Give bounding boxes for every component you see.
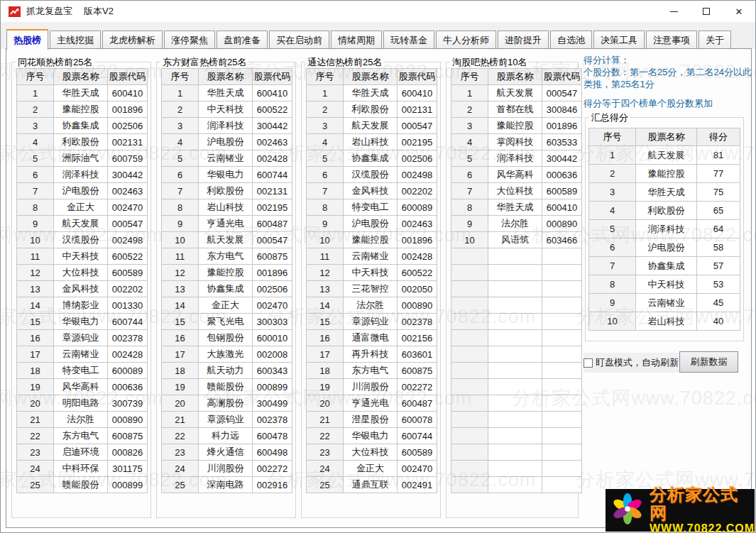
table-row[interactable]: 15华银电力600744 (17, 314, 148, 330)
table-row[interactable]: 22科力远600478 (162, 428, 292, 444)
table-row[interactable]: 20明阳电路300739 (17, 395, 148, 412)
tab-4[interactable]: 涨停聚焦 (164, 31, 215, 49)
table-row[interactable]: 19川润股份002272 (307, 379, 437, 395)
table-row[interactable]: 6沪电股份58 (589, 238, 740, 257)
table-row[interactable] (451, 314, 582, 330)
table-row[interactable] (451, 297, 582, 314)
table-row[interactable]: 3航天发展000547 (307, 118, 437, 134)
table-row[interactable]: 6华银电力600744 (162, 167, 292, 183)
table-row[interactable] (451, 477, 582, 493)
table-row[interactable]: 25深南电路002916 (162, 477, 292, 493)
table-row[interactable]: 10风语筑603466 (451, 232, 582, 248)
table-row[interactable]: 4岩山科技002195 (307, 134, 437, 150)
table-row[interactable]: 7大位科技600589 (451, 183, 582, 199)
table-row[interactable]: 7金风科技002202 (307, 183, 437, 199)
table-row[interactable]: 9法尔胜000890 (451, 216, 582, 232)
table-row[interactable]: 17大族激光002008 (162, 346, 292, 363)
tab-3[interactable]: 龙虎榜解析 (102, 31, 163, 49)
table-row[interactable]: 8华胜天成600410 (451, 199, 582, 216)
table-row[interactable]: 12中天科技600522 (307, 265, 437, 281)
table-row[interactable] (451, 265, 582, 281)
table-row[interactable]: 3润泽科技300442 (162, 118, 292, 134)
table-row[interactable]: 6汉缆股份002498 (307, 167, 437, 183)
table-row[interactable]: 10岩山科技40 (589, 312, 740, 331)
table-row[interactable]: 9沪电股份002463 (307, 216, 437, 232)
tab-6[interactable]: 买在启动前 (269, 31, 329, 49)
table-row[interactable]: 13金风科技002202 (17, 281, 148, 297)
table-row[interactable]: 9云南锗业45 (589, 294, 740, 312)
table-row[interactable]: 2利欧股份002131 (307, 101, 437, 118)
table-row[interactable]: 9亨通光电600487 (162, 216, 292, 232)
table-row[interactable]: 8岩山科技002195 (162, 199, 292, 216)
table-row[interactable]: 2豫能控股001896 (17, 101, 148, 118)
tab-13[interactable]: 注意事项 (646, 31, 697, 49)
refresh-data-button[interactable]: 刷新数据 (679, 351, 738, 373)
table-row[interactable] (451, 379, 582, 395)
table-row[interactable]: 8金正大002470 (17, 199, 148, 216)
table-row[interactable]: 11中天科技600522 (17, 248, 148, 265)
table-row[interactable] (451, 363, 582, 379)
table-row[interactable]: 2中天科技600522 (162, 101, 292, 118)
table-row[interactable]: 14法尔胜000890 (307, 297, 437, 314)
table-row[interactable]: 19风华高科000636 (17, 379, 148, 395)
table-row[interactable]: 15聚飞光电300303 (162, 314, 292, 330)
table-row[interactable]: 23启迪环境000826 (17, 444, 148, 461)
table-row[interactable]: 13三花智控002050 (307, 281, 437, 297)
table-row[interactable]: 10汉缆股份002498 (17, 232, 148, 248)
tab-12[interactable]: 决策工具 (593, 31, 645, 49)
tab-1[interactable]: 热股榜 (6, 29, 48, 50)
table-row[interactable]: 25通鼎互联002491 (307, 477, 437, 493)
tab-7[interactable]: 情绪周期 (331, 31, 382, 49)
table-row[interactable]: 2豫能控股77 (589, 165, 740, 183)
table-row[interactable]: 22东方电气600875 (17, 428, 148, 444)
table-row[interactable]: 12豫能控股001896 (162, 265, 292, 281)
table-row[interactable]: 3豫能控股001896 (451, 118, 582, 134)
tab-5[interactable]: 盘前准备 (217, 31, 268, 49)
table-row[interactable] (451, 395, 582, 412)
watch-mode-checkbox[interactable] (584, 358, 593, 368)
table-row[interactable] (451, 281, 582, 297)
table-row[interactable]: 20高澜股份300499 (162, 395, 292, 412)
table-row[interactable]: 9航天发展000547 (17, 216, 148, 232)
table-row[interactable]: 6润泽科技300442 (17, 167, 148, 183)
table-row[interactable] (451, 428, 582, 444)
table-row[interactable]: 5洲际油气600759 (17, 150, 148, 167)
table-row[interactable]: 4利欧股份002131 (17, 134, 148, 150)
table-row[interactable]: 3华胜天成75 (589, 183, 740, 202)
table-row[interactable]: 14博纳影业001330 (17, 297, 148, 314)
table-row[interactable]: 7沪电股份002463 (17, 183, 148, 199)
table-row[interactable]: 4掌阅科技603533 (451, 134, 582, 150)
table-row[interactable] (451, 330, 582, 346)
table-row[interactable]: 21章源钨业002378 (162, 412, 292, 428)
table-row[interactable]: 17再升科技603601 (307, 346, 437, 363)
table-row[interactable] (451, 412, 582, 428)
table-row[interactable]: 11云南锗业002428 (307, 248, 437, 265)
table-row[interactable]: 18特变电工600089 (17, 363, 148, 379)
table-row[interactable]: 8中天科技53 (589, 275, 740, 294)
table-row[interactable]: 6风华高科000636 (451, 167, 582, 183)
table-row[interactable]: 21澄星股份600078 (307, 412, 437, 428)
table-row[interactable]: 8特变电工600089 (307, 199, 437, 216)
tab-9[interactable]: 牛人分析师 (436, 31, 496, 49)
table-row[interactable] (451, 461, 582, 477)
table-row[interactable] (451, 444, 582, 461)
table-row[interactable]: 4沪电股份002463 (162, 134, 292, 150)
table-row[interactable]: 17云南锗业002428 (17, 346, 148, 363)
table-row[interactable]: 16通富微电002156 (307, 330, 437, 346)
table-row[interactable]: 18东方电气600875 (307, 363, 437, 379)
minimize-button[interactable] (657, 1, 690, 22)
table-row[interactable]: 14金正大002470 (162, 297, 292, 314)
table-row[interactable]: 19赣能股份000899 (162, 379, 292, 395)
table-row[interactable]: 25赣能股份000899 (17, 477, 148, 493)
close-button[interactable]: ✕ (723, 1, 755, 22)
table-row[interactable]: 5润泽科技64 (589, 220, 740, 238)
tab-2[interactable]: 主线挖掘 (50, 31, 101, 49)
tab-14[interactable]: 关于 (699, 31, 731, 49)
table-row[interactable]: 4利欧股份65 (589, 202, 740, 220)
table-row[interactable]: 7利欧股份002131 (162, 183, 292, 199)
table-row[interactable]: 24川润股份002272 (162, 461, 292, 477)
table-row[interactable]: 20亨通光电600487 (307, 395, 437, 412)
table-row[interactable]: 22华银电力600744 (307, 428, 437, 444)
table-row[interactable]: 1航天发展000547 (451, 85, 582, 101)
table-row[interactable]: 21法尔胜000890 (17, 412, 148, 428)
